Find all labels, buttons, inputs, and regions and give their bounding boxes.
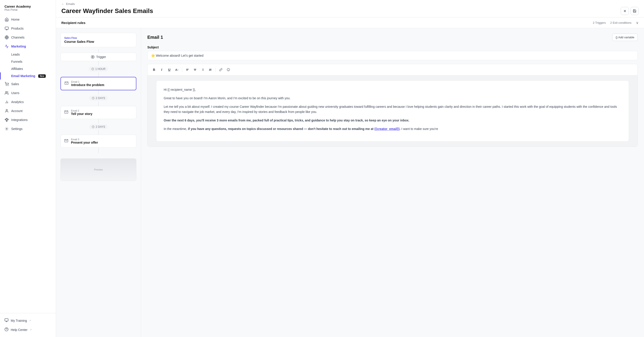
affiliates-label: Affiliates	[11, 67, 23, 71]
home-icon	[4, 17, 9, 22]
sidebar-item-home[interactable]: Home	[0, 15, 56, 24]
sidebar-item-channels[interactable]: Channels	[0, 33, 56, 42]
svg-point-11	[6, 109, 8, 111]
page-title-row: Career Wayfinder Sales Emails ✕	[61, 7, 639, 17]
subject-input[interactable]	[147, 51, 638, 60]
sidebar: Career Academy Plus Portal Home Products…	[0, 0, 56, 337]
underline-button[interactable]: U	[166, 66, 173, 73]
list-button[interactable]	[199, 66, 206, 73]
svg-point-7	[6, 91, 7, 93]
editor-box: B I U A↕	[147, 64, 638, 147]
users-icon	[4, 91, 9, 95]
emoji-button[interactable]	[225, 66, 232, 73]
link-button[interactable]	[218, 66, 224, 73]
email-line-3: Let me tell you a bit about myself. I cr…	[164, 104, 622, 115]
sidebar-item-marketing[interactable]: Marketing	[0, 42, 56, 51]
add-variable-button[interactable]: {} Add variable	[612, 34, 638, 41]
align-center-button[interactable]	[192, 66, 198, 73]
svg-point-6	[8, 85, 8, 86]
svg-point-21	[6, 128, 8, 130]
exit-conditions-count: 2 Exit conditions	[610, 21, 632, 25]
header-actions: ✕	[621, 7, 639, 15]
sales-label: Sales	[11, 82, 19, 86]
indent-button[interactable]	[207, 66, 214, 73]
svg-rect-13	[8, 119, 8, 120]
email-line-5: In the meantime, if you have any questio…	[164, 126, 622, 132]
two-col-layout: Sales Flow Course Sales Flow Trigger 1 H…	[56, 28, 644, 337]
italic-button[interactable]: I	[158, 66, 165, 73]
flow-card: Sales Flow Course Sales Flow	[60, 33, 136, 47]
sidebar-item-leads[interactable]: Leads	[0, 51, 56, 58]
sidebar-item-my-training[interactable]: My Training ↗	[0, 316, 56, 325]
toolbar-sep-2	[216, 68, 216, 72]
flow-line-8	[98, 148, 99, 153]
flow-card-label: Sales Flow	[64, 37, 132, 39]
sidebar-item-integrations[interactable]: Integrations	[0, 115, 56, 124]
account-label: Account	[11, 109, 22, 113]
sidebar-footer: My Training ↗ Help Center ↗	[0, 313, 56, 337]
font-size-button[interactable]: A↕	[174, 66, 180, 73]
integrations-label: Integrations	[11, 118, 28, 122]
creator-email-link[interactable]: {{creator_email}}	[374, 127, 400, 131]
breadcrumb: Emails	[66, 2, 75, 6]
sidebar-item-affiliates[interactable]: Affiliates	[0, 65, 56, 72]
email-icon-3	[64, 139, 68, 144]
flow-timeline: Trigger 1 HOUR Email 1 Intr	[60, 47, 136, 155]
recipient-bar: Recipient rules 2 Triggers 2 Exit condit…	[56, 18, 644, 28]
align-left-button[interactable]	[184, 66, 191, 73]
bold-button[interactable]: B	[151, 66, 158, 73]
account-icon	[4, 109, 9, 113]
products-label: Products	[11, 27, 24, 30]
save-button[interactable]	[630, 7, 639, 15]
recipient-chevron[interactable]: ∨	[636, 21, 639, 25]
email-step-1[interactable]: Email 1 Introduce the problem	[60, 77, 136, 90]
preview-thumbnail: Preview	[60, 158, 136, 181]
time-1: 1 HOUR	[96, 68, 106, 71]
email-icon-1	[64, 81, 68, 86]
sidebar-item-email-marketing[interactable]: Email Marketing New	[0, 72, 56, 80]
sidebar-item-sales[interactable]: Sales	[0, 80, 56, 89]
new-badge: New	[38, 74, 46, 78]
sidebar-item-products[interactable]: Products	[0, 24, 56, 33]
email-step-2-title: Tell your story	[71, 112, 92, 116]
external-link-icon2: ↗	[30, 328, 32, 331]
subject-label: Subject	[147, 46, 638, 49]
email-step-1-num: Email 1	[71, 81, 104, 83]
sidebar-item-settings[interactable]: Settings	[0, 124, 56, 133]
my-training-label: My Training	[11, 319, 27, 322]
sidebar-item-funnels[interactable]: Funnels	[0, 58, 56, 65]
analytics-icon	[4, 100, 9, 104]
content-area: Recipient rules 2 Triggers 2 Exit condit…	[56, 18, 644, 337]
close-button[interactable]: ✕	[621, 7, 629, 15]
email-step-1-info: Email 1 Introduce the problem	[71, 81, 104, 87]
brand-name: Career Academy	[4, 5, 51, 8]
svg-rect-0	[5, 27, 8, 29]
time-3: 2 DAYS	[96, 125, 105, 128]
channels-label: Channels	[11, 36, 24, 39]
training-icon	[4, 318, 8, 323]
time-badge-1: 1 HOUR	[89, 67, 108, 72]
editor-body[interactable]: Hi {{ recipient_name }}, Great to have y…	[148, 76, 638, 147]
sidebar-item-users[interactable]: Users	[0, 89, 56, 98]
back-button[interactable]: ←	[61, 2, 64, 6]
sidebar-item-analytics[interactable]: Analytics	[0, 98, 56, 106]
svg-rect-12	[5, 119, 6, 120]
flow-line-4	[98, 90, 99, 95]
editor-title: Email 1	[147, 35, 163, 40]
email-step-3-title: Present your offer	[71, 141, 98, 144]
sidebar-item-account[interactable]: Account	[0, 106, 56, 115]
time-badge-2: 2 DAYS	[89, 96, 108, 101]
email-step-1-title: Introduce the problem	[71, 83, 104, 87]
flow-panel: Sales Flow Course Sales Flow Trigger 1 H…	[56, 28, 141, 337]
email-marketing-label: Email Marketing	[11, 74, 35, 78]
email-step-3[interactable]: Email 3 Present your offer	[60, 135, 136, 148]
trigger-button[interactable]: Trigger	[60, 53, 136, 61]
email-icon-2	[64, 110, 68, 115]
email-step-2[interactable]: Email 2 Tell your story	[60, 106, 136, 119]
svg-line-20	[7, 120, 8, 121]
email-line-4: Over the next 6 days, you'll receive 3 m…	[164, 118, 622, 123]
flow-line-5	[98, 102, 99, 106]
editor-panel: Email 1 {} Add variable Subject B I U A↕	[141, 28, 644, 337]
svg-line-15	[6, 119, 6, 119]
sidebar-item-help-center[interactable]: Help Center ↗	[0, 325, 56, 334]
